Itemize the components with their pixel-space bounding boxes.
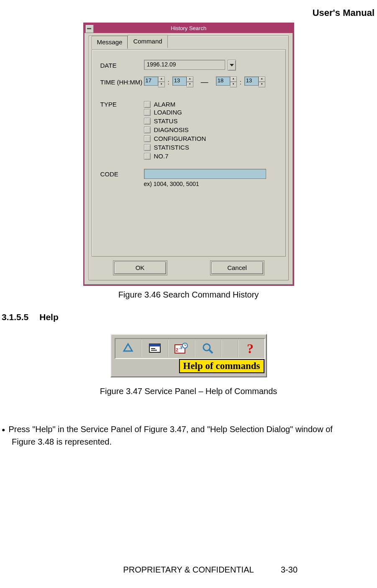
- recycle-icon[interactable]: [115, 340, 142, 357]
- svg-text:.3: .3: [179, 346, 182, 350]
- section-heading: 3.1.5.5Help: [2, 312, 377, 322]
- checkbox-statistics[interactable]: [144, 144, 151, 151]
- type-option: CONFIGURATION: [154, 135, 206, 142]
- checkbox-status[interactable]: [144, 118, 151, 125]
- window-title: History Search: [171, 25, 206, 31]
- page-footer: PROPRIETARY & CONFIDENTIAL 3-30: [0, 565, 377, 575]
- svg-rect-3: [151, 350, 157, 351]
- time-range-dash: —: [201, 78, 208, 87]
- type-option: DIAGNOSIS: [154, 126, 189, 133]
- window-title-bar: History Search: [85, 24, 293, 33]
- svg-point-10: [203, 344, 210, 351]
- svg-text:2: 2: [176, 347, 178, 352]
- tab-message[interactable]: Message: [92, 36, 128, 49]
- time-from-min[interactable]: 13: [172, 76, 187, 86]
- search-icon[interactable]: [195, 340, 221, 357]
- system-menu-icon[interactable]: [85, 25, 94, 33]
- bullet-icon: ●: [2, 426, 5, 433]
- help-tooltip: Help of commands: [179, 359, 264, 373]
- type-option: STATUS: [154, 117, 178, 125]
- window-icon[interactable]: [141, 340, 168, 357]
- history-search-window: History Search Message Command DATE 1996…: [83, 23, 294, 286]
- date-input[interactable]: 1996.12.09: [144, 60, 225, 70]
- code-example-text: ex) 1004, 3000, 5001: [144, 181, 279, 187]
- time-colon: :: [168, 79, 169, 86]
- spin-up-icon[interactable]: ▴: [187, 76, 193, 82]
- footer-text: PROPRIETARY & CONFIDENTIAL: [123, 565, 254, 574]
- time-from-hour[interactable]: 17: [144, 76, 158, 86]
- type-option: LOADING: [154, 109, 182, 116]
- time-to-hour[interactable]: 18: [216, 76, 230, 86]
- chevron-down-icon: [230, 64, 234, 66]
- type-label: TYPE: [100, 101, 144, 108]
- type-option: NO.7: [154, 153, 169, 160]
- time-label: TIME (HH:MM): [100, 79, 144, 86]
- checkbox-loading[interactable]: [144, 109, 151, 116]
- calendar-icon[interactable]: 2.3: [168, 340, 195, 357]
- spin-up-icon[interactable]: ▴: [158, 76, 165, 82]
- svg-rect-2: [151, 348, 155, 349]
- body-line-1: Press "Help" in the Service Panel of Fig…: [8, 425, 332, 434]
- page-header: User's Manual: [0, 0, 377, 18]
- spin-down-icon[interactable]: ▾: [259, 82, 265, 87]
- figure-caption-2: Figure 3.47 Service Panel – Help of Comm…: [0, 387, 377, 396]
- code-label: CODE: [100, 171, 144, 178]
- type-option: STATISTICS: [154, 144, 189, 151]
- date-label: DATE: [100, 62, 144, 69]
- cancel-button[interactable]: Cancel: [211, 262, 263, 274]
- body-paragraph: ●Press "Help" in the Service Panel of Fi…: [2, 423, 373, 448]
- spin-up-icon[interactable]: ▴: [230, 76, 237, 82]
- page-number: 3-30: [281, 565, 297, 575]
- date-dropdown-button[interactable]: [228, 60, 236, 71]
- figure-caption-1: Figure 3.46 Search Command History: [0, 290, 377, 300]
- service-panel-toolbar: 2.3 ? Help of commands: [110, 334, 267, 377]
- svg-text:?: ?: [247, 341, 254, 356]
- spin-down-icon[interactable]: ▾: [158, 82, 165, 87]
- spin-down-icon[interactable]: ▾: [230, 82, 237, 87]
- tab-command[interactable]: Command: [128, 35, 167, 48]
- type-option: ALARM: [154, 101, 176, 108]
- section-title: Help: [39, 312, 59, 322]
- ok-button[interactable]: OK: [114, 262, 166, 274]
- checkbox-diagnosis[interactable]: [144, 127, 151, 133]
- checkbox-configuration[interactable]: [144, 135, 151, 142]
- spin-up-icon[interactable]: ▴: [259, 76, 265, 82]
- time-to-min[interactable]: 13: [244, 76, 259, 86]
- svg-rect-1: [149, 344, 160, 346]
- time-colon: :: [240, 79, 241, 86]
- checkbox-alarm[interactable]: [144, 101, 151, 108]
- svg-line-11: [209, 350, 213, 353]
- body-line-2: Figure 3.48 is represented.: [12, 437, 112, 446]
- help-icon[interactable]: ?: [238, 340, 264, 357]
- checkbox-no7[interactable]: [144, 153, 151, 160]
- spin-down-icon[interactable]: ▾: [187, 82, 193, 87]
- code-input[interactable]: [144, 169, 266, 179]
- section-number: 3.1.5.5: [2, 312, 28, 322]
